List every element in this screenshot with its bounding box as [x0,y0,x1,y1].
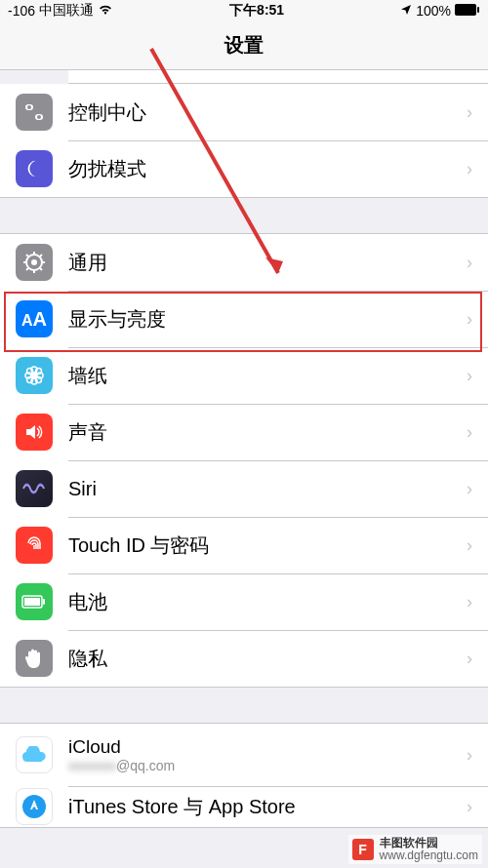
nav-bar: 设置 [0,21,488,70]
siri-icon [16,470,53,507]
row-label: 通用 [68,250,467,276]
row-sounds[interactable]: 声音 › [0,404,488,460]
chevron-right-icon: › [467,479,472,499]
battery-percent: 100% [416,3,451,19]
svg-rect-0 [455,4,476,16]
watermark-logo: F [352,839,374,860]
row-appstore[interactable]: iTunes Store 与 App Store › [0,786,488,827]
svg-line-15 [40,255,42,256]
row-label: 隐私 [68,646,467,672]
row-label: Touch ID 与密码 [68,533,467,559]
chevron-right-icon: › [467,366,472,386]
status-right: 100% [400,3,480,19]
svg-point-3 [27,105,31,109]
svg-line-14 [26,268,28,270]
row-privacy[interactable]: 隐私 › [0,630,488,687]
chevron-right-icon: › [467,159,472,179]
chevron-right-icon: › [467,649,472,669]
chevron-right-icon: › [467,745,472,766]
svg-rect-27 [43,599,45,605]
control-center-icon [16,94,53,131]
appstore-icon [16,788,53,825]
battery-icon [455,3,480,19]
watermark-text: 丰图软件园 www.dgfengtu.com [380,837,478,862]
flower-icon [16,357,53,394]
chevron-right-icon: › [467,592,472,612]
row-display-brightness[interactable]: AA 显示与亮度 › [0,291,488,347]
page-title: 设置 [224,32,264,59]
row-battery[interactable]: 电池 › [0,573,488,630]
svg-line-13 [40,268,42,270]
row-do-not-disturb[interactable]: 勿扰模式 › [0,140,488,197]
row-label: iCloud [68,736,467,758]
chevron-right-icon: › [467,535,472,556]
row-general[interactable]: 通用 › [0,234,488,291]
status-bar: -106 中国联通 下午8:51 100% [0,0,488,21]
row-label: 声音 [68,419,467,446]
carrier-label: 中国联通 [39,2,94,20]
fingerprint-icon [16,527,53,564]
chevron-right-icon: › [467,253,472,273]
speaker-icon [16,414,53,451]
row-control-center[interactable]: 控制中心 › [0,84,488,140]
signal-strength: -106 [8,3,35,19]
row-label: 电池 [68,589,467,615]
status-time: 下午8:51 [229,2,284,20]
hand-icon [16,640,53,677]
row-label: 墙纸 [68,363,467,389]
settings-group-2: 通用 › AA 显示与亮度 › 墙纸 › 声音 › Siri › Touch I… [0,233,488,688]
svg-point-7 [31,259,37,265]
row-label: Siri [68,478,467,500]
row-wallpaper[interactable]: 墙纸 › [0,347,488,404]
location-icon [400,3,412,19]
chevron-right-icon: › [467,422,472,443]
battery-icon [16,583,53,620]
wifi-icon [98,3,113,19]
svg-line-12 [26,255,28,256]
gear-icon [16,244,53,281]
settings-group-1: 控制中心 › 勿扰模式 › [0,84,488,198]
row-label: 勿扰模式 [68,156,467,182]
svg-rect-26 [24,598,40,606]
row-icloud[interactable]: iCloud xxxxxxx@qq.com › [0,724,488,786]
settings-group-3: iCloud xxxxxxx@qq.com › iTunes Store 与 A… [0,723,488,828]
svg-rect-1 [477,7,479,13]
cloud-icon [16,736,53,773]
chevron-right-icon: › [467,102,472,123]
icloud-email: xxxxxxx@qq.com [68,758,467,773]
chevron-right-icon: › [467,797,472,817]
watermark: F 丰图软件园 www.dgfengtu.com [348,835,482,864]
partial-row [68,70,488,84]
text-size-icon: AA [16,300,53,337]
row-label: iTunes Store 与 App Store [68,794,467,820]
row-label: 显示与亮度 [68,306,467,333]
row-touchid[interactable]: Touch ID 与密码 › [0,517,488,573]
moon-icon [16,150,53,187]
row-label: 控制中心 [68,99,467,126]
status-left: -106 中国联通 [8,2,113,20]
svg-point-5 [37,115,41,119]
chevron-right-icon: › [467,309,472,330]
row-siri[interactable]: Siri › [0,460,488,517]
